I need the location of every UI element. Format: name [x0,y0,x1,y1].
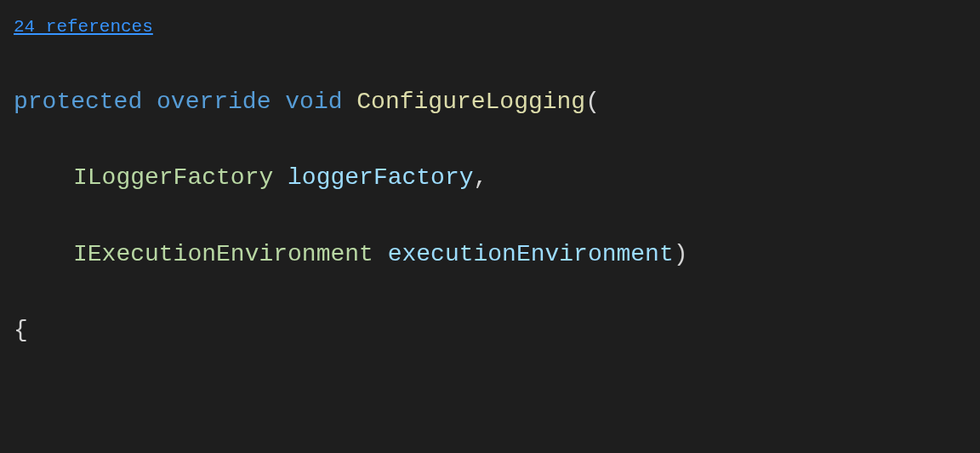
comma: , [474,164,488,191]
method-name: ConfigureLogging [356,89,585,115]
code-line: IExecutionEnvironment executionEnvironme… [14,236,966,274]
paren-close: ) [674,241,688,267]
code-line-empty [14,388,966,427]
code-line: ILoggerFactory loggerFactory, [14,159,966,198]
code-block[interactable]: protected override void ConfigureLogging… [14,45,966,453]
keyword-protected: protected [14,89,142,115]
brace-open: { [14,317,28,343]
keyword-void: void [285,89,342,115]
keyword-override: override [157,89,271,115]
type-iexecutionenvironment: IExecutionEnvironment [73,241,373,267]
type-iloggerfactory: ILoggerFactory [73,164,273,191]
param-loggerfactory: loggerFactory [288,164,473,191]
code-line: { [14,312,966,350]
code-line: protected override void ConfigureLogging… [14,83,966,122]
param-executionenvironment: executionEnvironment [388,241,674,267]
references-link[interactable]: 24 references [14,13,153,42]
paren-open: ( [585,89,600,115]
